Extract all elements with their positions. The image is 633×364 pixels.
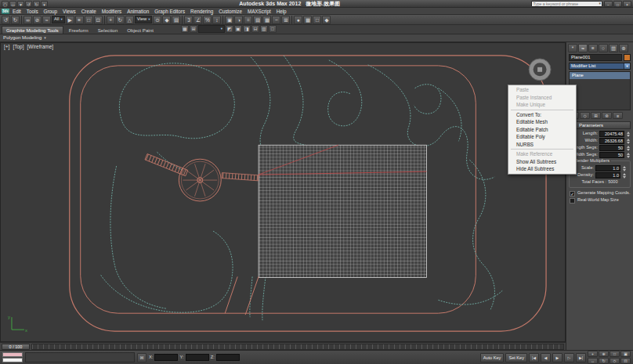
tab-graphite-modeling-tools[interactable]: Graphite Modeling Tools (2, 26, 63, 34)
graphite-ribbon-toggle-icon[interactable]: ▦ (262, 16, 271, 24)
percent-snap-icon[interactable]: % (203, 16, 212, 24)
orbit-icon[interactable]: ↻ (599, 358, 609, 364)
bind-to-space-warp-icon[interactable]: ≈ (42, 16, 51, 24)
redo-icon[interactable]: ↻ (11, 16, 20, 24)
reference-coordinate-dropdown[interactable]: View ▾ (135, 16, 153, 23)
configure-modifier-sets-icon[interactable]: ≡ (613, 112, 623, 119)
unlink-selection-icon[interactable]: ⊘ (33, 16, 42, 24)
menu-tools[interactable]: Tools (24, 8, 41, 15)
time-slider-handle[interactable]: 0 / 100 (2, 344, 30, 350)
select-and-manipulate-icon[interactable]: ◆ (162, 16, 171, 24)
maximize-viewport-toggle-icon[interactable]: ⊡ (620, 358, 631, 364)
selection-filter-dropdown[interactable]: All ▾ (52, 16, 65, 23)
redo-icon[interactable]: ↻ (33, 1, 40, 7)
ribbon-tool-icon[interactable]: ⊟ (251, 25, 259, 33)
width-spinner[interactable] (626, 139, 631, 144)
chevron-down-icon[interactable]: ▾ (44, 36, 46, 40)
width-segs-spinner[interactable] (626, 153, 631, 158)
align-icon[interactable]: = (244, 16, 252, 24)
motion-tab-icon[interactable]: ○ (599, 44, 608, 52)
menu-group[interactable]: Group (42, 8, 60, 15)
field-of-view-icon[interactable]: ◇ (609, 358, 620, 364)
context-menu-item-show-all-subtrees[interactable]: Show All Subtrees (508, 158, 576, 166)
ribbon-tool-icon[interactable]: ▥ (260, 25, 268, 33)
menu-help[interactable]: Help (274, 8, 289, 15)
select-by-name-icon[interactable]: ≡ (75, 16, 84, 24)
undo-icon[interactable]: ↺ (2, 16, 10, 24)
context-menu-item-convert-to[interactable]: Convert To: (508, 111, 576, 119)
ribbon-tool-icon[interactable]: ◨ (243, 25, 251, 33)
length-segs-field[interactable]: 50 (599, 145, 624, 151)
zoom-region-icon[interactable]: ▣ (620, 351, 631, 357)
go-to-end-button[interactable]: ▶| (576, 353, 586, 362)
maximize-button[interactable]: □ (613, 1, 622, 7)
plane-object-grid[interactable] (259, 145, 426, 277)
menu-graph-editors[interactable]: Graph Editors (152, 8, 187, 15)
tab-freeform[interactable]: Freeform (65, 27, 92, 34)
menu-maxscript[interactable]: MAXScript (245, 8, 273, 15)
rectangular-selection-region-icon[interactable]: □ (85, 16, 93, 24)
ribbon-dropdown[interactable]: ▾ (198, 25, 225, 33)
ribbon-tool-icon[interactable]: ◩ (226, 25, 233, 33)
next-frame-button[interactable]: ▷ (564, 353, 574, 362)
length-spinner[interactable] (626, 132, 631, 137)
snaps-toggle-icon[interactable]: 3 (184, 16, 193, 24)
mirror-icon[interactable]: ◑ (234, 16, 243, 24)
viewport-menu-general[interactable]: [+] (4, 45, 9, 50)
zoom-extents-icon[interactable]: □ (609, 351, 620, 357)
save-file-icon[interactable]: ▼ (17, 1, 24, 7)
use-pivot-center-icon[interactable]: ⊙ (153, 16, 161, 24)
x-coordinate-field[interactable] (154, 354, 178, 361)
context-menu-item-editable-mesh[interactable]: Editable Mesh (508, 118, 576, 126)
hierarchy-tab-icon[interactable]: ≡ (588, 44, 598, 52)
set-key-button[interactable]: Set Key (505, 353, 527, 362)
undo-icon[interactable]: ↺ (25, 1, 32, 7)
schematic-view-icon[interactable]: ⊞ (281, 16, 290, 24)
length-field[interactable]: 20475.48 (599, 131, 624, 137)
go-to-start-button[interactable]: |◀ (529, 353, 539, 362)
application-menu-button[interactable]: 3ds (2, 9, 9, 14)
ribbon-tool-icon[interactable]: ▣ (234, 25, 242, 33)
ribbon-tool-icon[interactable]: ⊞ (190, 25, 197, 33)
select-object-icon[interactable]: ▶ (66, 16, 74, 24)
length-segs-spinner[interactable] (626, 146, 631, 151)
selection-lock-icon[interactable]: ⊠ (137, 353, 146, 362)
menu-edit[interactable]: Edit (10, 8, 24, 15)
parameters-rollout-header[interactable]: − Parameters (569, 121, 631, 129)
tab-selection[interactable]: Selection (94, 27, 121, 34)
listener-macro-line[interactable] (2, 352, 23, 357)
maxscript-mini-listener[interactable] (2, 352, 23, 362)
y-coordinate-field[interactable] (186, 354, 209, 361)
z-coordinate-field[interactable] (216, 354, 240, 361)
show-end-result-icon[interactable]: ◇ (580, 112, 590, 119)
ribbon-tool-icon[interactable]: ▦ (181, 25, 189, 33)
menu-customize[interactable]: Customize (216, 8, 244, 15)
layer-manager-icon[interactable]: ▤ (253, 16, 262, 24)
material-editor-icon[interactable]: ● (294, 16, 302, 24)
spinner-snap-icon[interactable]: ↕ (212, 16, 221, 24)
menu-views[interactable]: Views (60, 8, 78, 15)
context-menu-item-nurbs[interactable]: NURBS (508, 141, 576, 149)
steering-wheel-icon[interactable] (529, 59, 551, 81)
density-field[interactable]: 1.0 (595, 172, 620, 178)
viewport-top[interactable]: [+] [Top] [Wireframe] (0, 42, 566, 342)
viewport-menu-view[interactable]: [Top] (13, 45, 24, 50)
context-menu-item-editable-patch[interactable]: Editable Patch (508, 126, 576, 134)
zoom-icon[interactable]: + (588, 351, 598, 357)
width-field[interactable]: 26326.68 (599, 138, 624, 144)
scale-field[interactable]: 1.0 (595, 165, 620, 171)
angle-snap-icon[interactable]: ∠ (194, 16, 202, 24)
polygon-modeling-strip[interactable]: Polygon Modeling ▾ (0, 34, 633, 42)
density-spinner[interactable] (622, 173, 627, 178)
curve-editor-icon[interactable]: ~ (272, 16, 280, 24)
viewport-canvas[interactable]: y x (1, 43, 565, 341)
auto-key-button[interactable]: Auto Key (480, 353, 505, 362)
modifier-stack[interactable]: Plane (569, 71, 631, 110)
viewport-menu-shading[interactable]: [Wireframe] (27, 45, 54, 50)
select-and-move-icon[interactable]: + (107, 16, 115, 24)
select-and-rotate-icon[interactable]: ↻ (116, 16, 125, 24)
select-and-scale-icon[interactable]: △ (125, 16, 134, 24)
chevron-down-icon[interactable]: ▼ (624, 63, 630, 69)
menu-animation[interactable]: Animation (125, 8, 151, 15)
width-segs-field[interactable]: 50 (599, 152, 624, 158)
